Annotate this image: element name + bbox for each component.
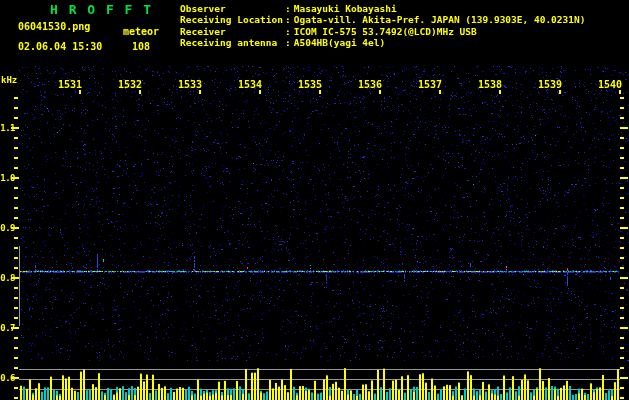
y-axis-tick-label: 0.6 — [0, 373, 15, 383]
info-value: Ogata-vill. Akita-Pref. JAPAN (139.9303E… — [294, 14, 586, 25]
station-info-row: Receiving Location:Ogata-vill. Akita-Pre… — [180, 14, 585, 25]
info-value: ICOM IC-575 53.7492(@LCD)MHz USB — [294, 26, 477, 37]
info-label: Receiver — [180, 26, 285, 37]
colon-separator: : — [285, 26, 294, 37]
info-label: Receiving antenna — [180, 37, 285, 48]
x-axis-tick-label: 1534 — [237, 80, 262, 90]
x-axis-tick-label: 1537 — [417, 80, 442, 90]
echo-count: 108 — [132, 41, 150, 52]
x-axis-tick-label: 1531 — [57, 80, 82, 90]
x-axis-tick-label: 1540 — [597, 80, 622, 90]
x-axis-tick-label: 1535 — [297, 80, 322, 90]
hrofft-screen: H R O F F T 06041530.png meteor 02.06.04… — [0, 0, 629, 400]
info-value: Masayuki Kobayashi — [294, 3, 397, 14]
y-axis-tick-label: 1.1 — [0, 123, 15, 133]
colon-separator: : — [285, 37, 294, 48]
output-filename: 06041530.png — [18, 21, 90, 32]
station-info-row: Receiver:ICOM IC-575 53.7492(@LCD)MHz US… — [180, 26, 585, 37]
x-axis-tick-label: 1538 — [477, 80, 502, 90]
x-axis-tick-label: 1536 — [357, 80, 382, 90]
x-axis-tick-label: 1532 — [117, 80, 142, 90]
y-axis-tick-label: 0.8 — [0, 273, 15, 283]
info-label: Receiving Location — [180, 14, 285, 25]
y-axis-tick-label: 0.7 — [0, 323, 15, 333]
station-info-row: Receiving antenna:A504HB(yagi 4el) — [180, 37, 585, 48]
colon-separator: : — [285, 3, 294, 14]
observation-mode-label: meteor — [123, 26, 159, 37]
app-title: H R O F F T — [50, 2, 153, 17]
info-label: Observer — [180, 3, 285, 14]
info-value: A504HB(yagi 4el) — [294, 37, 386, 48]
spectrogram-canvas — [0, 0, 629, 400]
y-axis-tick-label: 0.9 — [0, 223, 15, 233]
station-info: Observer:Masayuki KobayashiReceiving Loc… — [180, 3, 585, 49]
observation-datetime: 02.06.04 15:30 — [18, 41, 102, 52]
y-axis-tick-label: 1.0 — [0, 173, 15, 183]
x-axis-tick-label: 1539 — [537, 80, 562, 90]
colon-separator: : — [285, 14, 294, 25]
station-info-row: Observer:Masayuki Kobayashi — [180, 3, 585, 14]
y-axis-unit-label: kHz — [1, 75, 17, 85]
x-axis-tick-label: 1533 — [177, 80, 202, 90]
